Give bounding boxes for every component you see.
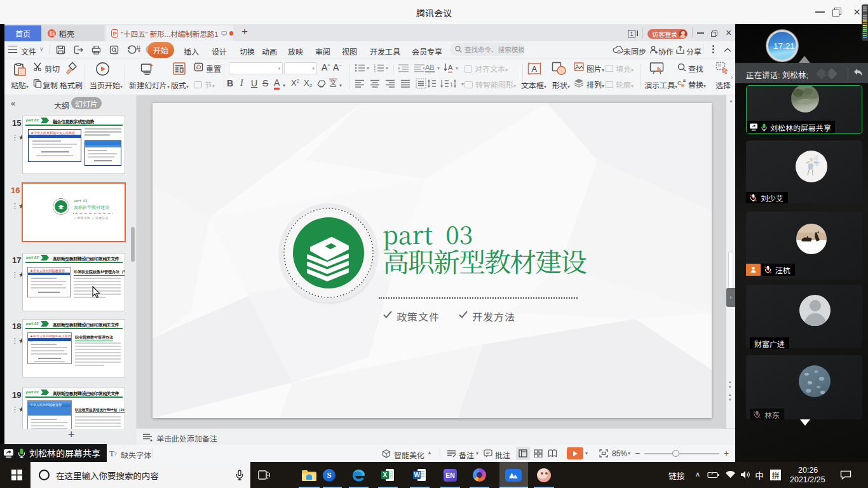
svg-text:B: B: [681, 83, 684, 88]
svg-text:X: X: [383, 471, 388, 478]
svg-text:3: 3: [374, 70, 376, 73]
svg-text:W: W: [414, 471, 421, 478]
svg-text:A: A: [532, 64, 538, 74]
svg-text:1: 1: [450, 81, 453, 88]
svg-text:A: A: [448, 64, 453, 71]
